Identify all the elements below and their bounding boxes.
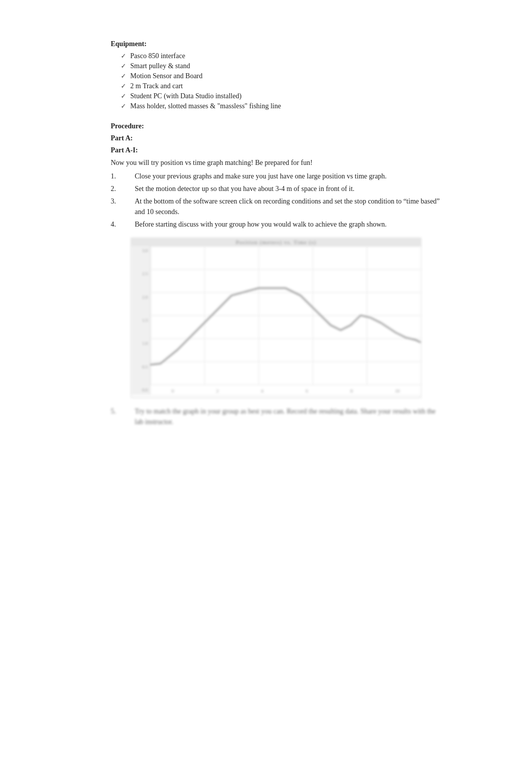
equipment-item-5: Student PC (with Data Studio installed): [130, 92, 241, 100]
graph-outer: Position (meters) vs. Time (s) 3.0 2.5 2…: [131, 238, 421, 398]
check-icon: ✓: [121, 72, 126, 80]
graph-title: Position (meters) vs. Time (s): [131, 238, 421, 246]
list-item: 3. At the bottom of the software screen …: [111, 196, 441, 217]
grid-line: [421, 246, 421, 384]
procedure-steps: 1. Close your previous graphs and make s…: [111, 171, 441, 230]
check-icon: ✓: [121, 82, 126, 90]
step-5: 5. Try to match the graph in your group …: [111, 406, 441, 427]
equipment-item-3: Motion Sensor and Board: [130, 72, 202, 80]
check-icon: ✓: [121, 62, 126, 70]
equipment-item-4: 2 m Track and cart: [130, 82, 183, 90]
graph-plot-area: 0 2 4 6 8 10: [150, 246, 421, 395]
equipment-section: Equipment: ✓ Pasco 850 interface ✓ Smart…: [111, 40, 441, 110]
part-a-heading: Part A:: [111, 134, 441, 142]
equipment-heading: Equipment:: [111, 40, 441, 48]
check-icon: ✓: [121, 52, 126, 60]
x-axis-labels: 0 2 4 6 8 10: [150, 388, 421, 394]
equipment-item-1: Pasco 850 interface: [130, 52, 185, 60]
list-item: 2. Set the motion detector up so that yo…: [111, 183, 441, 194]
grid-line: [150, 384, 421, 385]
graph-curve: [150, 246, 421, 384]
step-text: At the bottom of the software screen cli…: [135, 196, 441, 217]
list-item: ✓ Student PC (with Data Studio installed…: [121, 92, 441, 100]
list-item: ✓ Mass holder, slotted masses & "massles…: [121, 102, 441, 110]
page-content: Equipment: ✓ Pasco 850 interface ✓ Smart…: [71, 0, 461, 469]
graph-inner: 3.0 2.5 2.0 1.5 1.0 0.5 0.0: [131, 246, 421, 395]
step-text: Try to match the graph in your group as …: [135, 406, 441, 427]
step-number: 3.: [111, 196, 135, 217]
step-number: 5.: [111, 406, 135, 427]
equipment-item-6: Mass holder, slotted masses & "massless"…: [130, 102, 281, 110]
step-number: 4.: [111, 219, 135, 230]
intro-text: Now you will try position vs time graph …: [111, 157, 441, 168]
list-item: 1. Close your previous graphs and make s…: [111, 171, 441, 181]
check-icon: ✓: [121, 102, 126, 110]
step-text: Set the motion detector up so that you h…: [135, 183, 441, 194]
equipment-item-2: Smart pulley & stand: [130, 62, 190, 70]
procedure-section: Procedure: Part A: Part A-I: Now you wil…: [111, 122, 441, 427]
equipment-list: ✓ Pasco 850 interface ✓ Smart pulley & s…: [121, 52, 441, 110]
step-text: Close your previous graphs and make sure…: [135, 171, 441, 181]
step-text: Before starting discuss with your group …: [135, 219, 441, 230]
check-icon: ✓: [121, 92, 126, 100]
list-item: ✓ Smart pulley & stand: [121, 62, 441, 70]
graph-y-axis: 3.0 2.5 2.0 1.5 1.0 0.5 0.0: [131, 246, 150, 395]
list-item: 4. Before starting discuss with your gro…: [111, 219, 441, 230]
list-item: ✓ 2 m Track and cart: [121, 82, 441, 90]
part-a-i-heading: Part A-I:: [111, 146, 441, 154]
procedure-heading: Procedure:: [111, 122, 441, 130]
step-number: 2.: [111, 183, 135, 194]
step-number: 1.: [111, 171, 135, 181]
graph-container: Position (meters) vs. Time (s) 3.0 2.5 2…: [131, 238, 421, 398]
list-item: ✓ Pasco 850 interface: [121, 52, 441, 60]
graph-line: [150, 288, 421, 365]
list-item: ✓ Motion Sensor and Board: [121, 72, 441, 80]
